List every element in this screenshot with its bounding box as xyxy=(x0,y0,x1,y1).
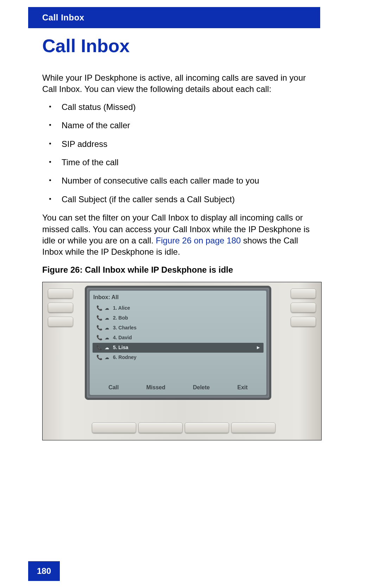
filter-paragraph: You can set the filter on your Call Inbo… xyxy=(42,212,320,258)
body-text: While your IP Deskphone is active, all i… xyxy=(42,72,320,440)
softkey-label-delete: Delete xyxy=(193,384,210,391)
figure-cross-reference-link[interactable]: Figure 26 on page 180 xyxy=(156,236,241,245)
handset-icon: 📞 xyxy=(96,354,102,361)
side-key-left-3[interactable] xyxy=(48,317,73,327)
bullet-item: Time of the call xyxy=(42,157,320,168)
softkey-button-4[interactable] xyxy=(231,422,276,433)
header-section-label: Call Inbox xyxy=(42,13,84,23)
inbox-item-label: 5. Lisa xyxy=(113,344,256,351)
bullet-list: Call status (Missed) Name of the caller … xyxy=(42,101,320,205)
softkey-button-3[interactable] xyxy=(185,422,229,433)
arrow-right-icon: ► xyxy=(256,344,261,351)
page-number: 180 xyxy=(37,566,51,576)
softkey-label-exit: Exit xyxy=(238,384,248,391)
softkey-label-call: Call xyxy=(108,384,119,391)
bullet-item: Call status (Missed) xyxy=(42,101,320,113)
bullet-item: Name of the caller xyxy=(42,120,320,131)
handset-icon: 📞 xyxy=(96,324,102,331)
inbox-item-label: 2. Bob xyxy=(113,315,261,321)
softkey-button-2[interactable] xyxy=(138,422,183,433)
handset-icon: 📞 xyxy=(96,315,102,321)
page-number-badge: 180 xyxy=(28,561,60,581)
inbox-item[interactable]: 📞☁2. Bob xyxy=(93,313,264,323)
voicemail-icon: ☁ xyxy=(104,305,110,311)
voicemail-icon: ☁ xyxy=(104,315,110,321)
bullet-text: Time of the call xyxy=(62,157,119,167)
page-title: Call Inbox xyxy=(42,35,129,56)
bullet-dot-icon xyxy=(49,143,51,144)
screen-bezel: Inbox: All 📞☁1. Alice📞☁2. Bob📞☁3. Charle… xyxy=(85,286,271,400)
bullet-item: Number of consecutive calls each caller … xyxy=(42,175,320,186)
figure-caption: Figure 26: Call Inbox while IP Deskphone… xyxy=(42,264,320,276)
handset-icon: 📞 xyxy=(96,305,102,311)
header-bar: Call Inbox xyxy=(28,7,320,28)
bullet-text: Call Subject (if the caller sends a Call… xyxy=(62,194,235,204)
intro-paragraph: While your IP Deskphone is active, all i… xyxy=(42,72,320,95)
bullet-text: SIP address xyxy=(62,139,107,149)
side-key-left-1[interactable] xyxy=(48,289,73,298)
inbox-item-label: 3. Charles xyxy=(113,324,261,331)
side-key-right-2[interactable] xyxy=(291,303,316,312)
bullet-dot-icon xyxy=(49,161,51,163)
voicemail-icon: ☁ xyxy=(104,335,110,341)
inbox-item[interactable]: 📞☁4. David xyxy=(93,333,264,343)
softkey-strip xyxy=(92,422,276,433)
softkey-label-missed: Missed xyxy=(146,384,165,391)
bullet-text: Name of the caller xyxy=(62,120,130,130)
bullet-text: Call status (Missed) xyxy=(62,102,136,112)
inbox-item[interactable]: 📞☁1. Alice xyxy=(93,303,264,313)
softkey-button-1[interactable] xyxy=(92,422,136,433)
bullet-dot-icon xyxy=(49,179,51,181)
handset-icon: 📞 xyxy=(96,344,102,351)
bullet-dot-icon xyxy=(49,124,51,126)
inbox-item-label: 4. David xyxy=(113,334,261,341)
side-key-left-2[interactable] xyxy=(48,303,73,312)
softkey-labels: Call Missed Delete Exit xyxy=(95,384,261,391)
inbox-item-label: 6. Rodney xyxy=(113,354,261,361)
screen: Inbox: All 📞☁1. Alice📞☁2. Bob📞☁3. Charle… xyxy=(90,291,266,395)
bullet-text: Number of consecutive calls each caller … xyxy=(62,176,259,185)
side-key-right-3[interactable] xyxy=(291,317,316,327)
inbox-item[interactable]: 📞☁3. Charles xyxy=(93,323,264,333)
inbox-list: 📞☁1. Alice📞☁2. Bob📞☁3. Charles📞☁4. David… xyxy=(93,303,264,363)
inbox-item-label: 1. Alice xyxy=(113,305,261,311)
deskphone-figure: Inbox: All 📞☁1. Alice📞☁2. Bob📞☁3. Charle… xyxy=(42,282,322,440)
bullet-item: SIP address xyxy=(42,138,320,150)
bullet-dot-icon xyxy=(49,198,51,200)
inbox-item[interactable]: 📞☁5. Lisa► xyxy=(93,343,264,353)
voicemail-icon: ☁ xyxy=(104,325,110,331)
handset-icon: 📞 xyxy=(96,334,102,341)
voicemail-icon: ☁ xyxy=(104,355,110,360)
inbox-item[interactable]: 📞☁6. Rodney xyxy=(93,353,264,363)
side-key-right-1[interactable] xyxy=(291,289,316,298)
bullet-dot-icon xyxy=(49,106,51,107)
bullet-item: Call Subject (if the caller sends a Call… xyxy=(42,194,320,205)
voicemail-icon: ☁ xyxy=(104,345,110,351)
screen-title: Inbox: All xyxy=(93,293,264,301)
